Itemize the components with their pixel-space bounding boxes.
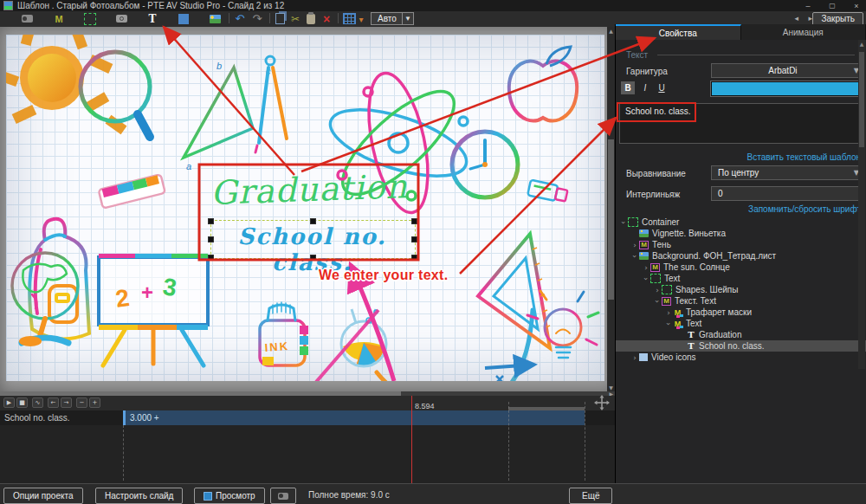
panel-scrollbar-thumb[interactable]: [859, 52, 864, 147]
tree-item-shapes[interactable]: Shapes. Шейпы: [616, 284, 866, 295]
track-clip[interactable]: 3.000 +: [123, 410, 585, 425]
remember-font-link[interactable]: Запомнить/сбросить шрифт: [748, 204, 861, 214]
canvas-viewport[interactable]: b a c: [0, 27, 615, 391]
tab-properties[interactable]: Свойства: [616, 24, 741, 40]
preview-button[interactable]: Просмотр: [194, 488, 265, 504]
svg-text:+: +: [141, 281, 153, 304]
window-title: Шаблон . Старый Фотоальбом - PTE AV Stud…: [17, 1, 284, 10]
svg-text:b: b: [216, 61, 222, 71]
close-window-button[interactable]: ×: [847, 0, 866, 11]
minimize-button[interactable]: –: [798, 0, 818, 11]
expand-icon[interactable]: [642, 275, 650, 283]
expand-icon[interactable]: [642, 263, 650, 272]
text-content-input[interactable]: School no. class.: [619, 103, 863, 144]
tree-item-text-group[interactable]: Text: [616, 273, 866, 284]
tree-item-stencil[interactable]: Трафарет маски: [616, 307, 866, 318]
insert-text-template-link[interactable]: Вставить текстовый шаблон: [747, 152, 861, 162]
paste-icon[interactable]: [303, 12, 319, 25]
timeline: ▶ ▶ ■ ∿ ← → − + 8.594 School no. class. …: [0, 391, 615, 483]
selection-frame-icon[interactable]: [82, 12, 98, 25]
undo-icon[interactable]: [232, 12, 248, 25]
slide-settings-button[interactable]: Настроить слайд: [95, 488, 183, 504]
waveform-button[interactable]: ∿: [32, 397, 43, 408]
auto-mode-caret[interactable]: ▼: [402, 12, 414, 25]
tree-item-background[interactable]: Background. ФОН_Тетрад.лист: [616, 250, 866, 262]
grid-dropdown-icon[interactable]: [357, 12, 365, 25]
bold-button[interactable]: B: [621, 81, 635, 94]
font-family-label: Гарнитура: [626, 67, 668, 76]
tree-item-video-icons[interactable]: Video icons: [616, 352, 866, 363]
slideshow-icon[interactable]: [19, 12, 35, 25]
stop-button[interactable]: ■: [16, 397, 28, 408]
tree-item-sun[interactable]: The sun. Солнце: [616, 262, 866, 273]
expand-icon[interactable]: [653, 286, 662, 294]
auto-mode-select[interactable]: Авто: [371, 12, 404, 25]
tree-item-text-mask[interactable]: Text: [616, 318, 866, 329]
font-family-select[interactable]: ArbatDi ▼: [711, 63, 863, 78]
grid-icon[interactable]: [341, 12, 357, 25]
selection-handle[interactable]: [411, 236, 417, 242]
clip-duration-label: 3.000 +: [130, 413, 159, 423]
selection-handle[interactable]: [310, 255, 316, 261]
clock-doodle: [452, 132, 518, 197]
expand-icon[interactable]: [630, 353, 639, 362]
expand-icon[interactable]: [619, 218, 628, 227]
redo-icon[interactable]: [249, 12, 265, 25]
project-options-button[interactable]: Опции проекта: [3, 488, 83, 504]
mask-icon[interactable]: [51, 12, 67, 25]
line-spacing-input[interactable]: 0: [711, 186, 863, 201]
expand-icon[interactable]: [630, 241, 639, 249]
maximize-button[interactable]: ▢: [823, 0, 842, 11]
canvas-scrollbar-thumb[interactable]: [608, 139, 614, 300]
alignment-select[interactable]: По центру ▼: [711, 165, 863, 180]
selection-handle[interactable]: [208, 255, 214, 261]
copy-icon[interactable]: [272, 12, 288, 25]
add-image-icon[interactable]: [207, 12, 223, 25]
canvas-vertical-scrollbar[interactable]: ▲ ▼: [607, 27, 615, 391]
fullscreen-preview-button[interactable]: [270, 488, 296, 504]
add-text-icon[interactable]: [145, 12, 160, 25]
tree-item-tekst[interactable]: Текст. Text: [616, 295, 866, 307]
move-cursor-icon: [594, 395, 610, 410]
slide-title-text[interactable]: Graduation: [200, 167, 417, 213]
prev-keyframe-button[interactable]: ←: [48, 397, 59, 408]
timeline-playhead[interactable]: [411, 396, 412, 483]
zoom-in-button[interactable]: +: [89, 397, 100, 408]
rectangle-icon[interactable]: [176, 12, 191, 25]
delete-icon[interactable]: [319, 12, 334, 25]
selection-handle[interactable]: [208, 218, 214, 224]
expand-icon[interactable]: [653, 297, 662, 306]
expand-icon[interactable]: [664, 320, 673, 328]
tree-item-vignette[interactable]: Vignette. Виньетка: [616, 228, 866, 239]
tree-item-shadow[interactable]: Тень: [616, 239, 866, 250]
italic-button[interactable]: I: [638, 81, 652, 94]
scroll-down-icon[interactable]: ▼: [607, 384, 615, 391]
more-button[interactable]: Ещё: [569, 488, 612, 504]
scroll-up-icon[interactable]: ▲: [858, 41, 865, 47]
tab-animation[interactable]: Анимация: [741, 24, 866, 40]
zoom-out-button[interactable]: −: [76, 397, 87, 408]
mask-icon: [639, 241, 649, 249]
underline-button[interactable]: U: [655, 81, 669, 94]
text-layer-icon: [687, 331, 695, 339]
section-divider: [657, 55, 855, 55]
tree-item-school-class[interactable]: School no. class.: [616, 340, 866, 352]
selection-handle[interactable]: [411, 218, 417, 224]
panel-scrollbar[interactable]: ▲: [858, 40, 865, 369]
next-keyframe-button[interactable]: →: [61, 397, 72, 408]
selection-handle[interactable]: [310, 218, 316, 224]
cut-icon[interactable]: [288, 12, 303, 25]
tree-item-container[interactable]: Container: [616, 216, 866, 228]
selection-handle[interactable]: [208, 236, 214, 242]
timeline-track-row[interactable]: School no. class. 3.000 +: [0, 410, 615, 425]
scroll-up-icon[interactable]: ▲: [607, 28, 615, 34]
expand-icon[interactable]: [630, 252, 639, 261]
next-slide-icon[interactable]: ▸: [808, 14, 812, 23]
expand-icon[interactable]: [664, 308, 673, 317]
text-color-swatch[interactable]: [711, 81, 863, 96]
tree-item-graduation[interactable]: Graduation: [616, 329, 866, 340]
camera-icon[interactable]: [113, 12, 129, 25]
prev-slide-icon[interactable]: ◂: [794, 14, 798, 23]
selection-handle[interactable]: [411, 255, 417, 261]
play-button[interactable]: ▶: [3, 397, 15, 408]
